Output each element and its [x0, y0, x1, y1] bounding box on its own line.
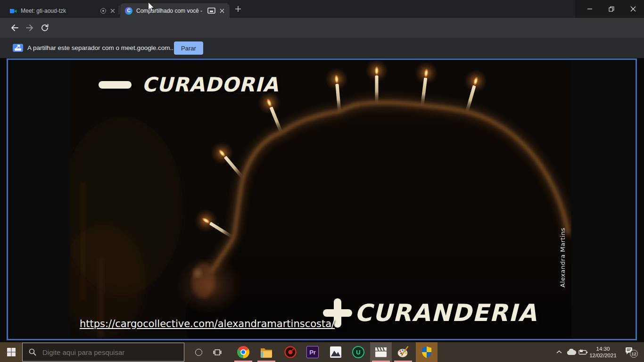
chrome-icon [237, 346, 249, 358]
search-icon [29, 348, 36, 356]
window-close-button[interactable] [622, 0, 644, 18]
taskbar-image-editor[interactable] [392, 342, 414, 362]
canva-favicon-icon: C [125, 7, 132, 15]
start-button[interactable] [0, 342, 22, 362]
defender-shield-icon [421, 346, 432, 358]
forward-button[interactable] [25, 23, 35, 33]
tab-close-icon[interactable] [110, 8, 116, 13]
windows-logo-icon [7, 348, 16, 356]
taskbar-file-explorer[interactable] [256, 342, 277, 362]
taskbar-search [22, 342, 184, 362]
tab-sharing-indicator-icon [207, 8, 215, 14]
taskbar-premiere[interactable]: Pr [302, 342, 323, 362]
taskbar-uninstaller[interactable]: U [347, 342, 369, 362]
capture-border: CURADORIA CURANDERIA https://cargocollec… [7, 58, 637, 340]
file-explorer-icon [260, 347, 272, 358]
taskbar-photos[interactable] [325, 342, 347, 362]
tab-title: Meet: gti-aoud-tzk [21, 8, 97, 14]
slide-subtitle-text: CURANDERIA [355, 299, 537, 327]
chevron-up-icon [556, 350, 562, 354]
page-content: CURADORIA CURANDERIA https://cargocollec… [0, 58, 644, 342]
tab-close-icon[interactable] [219, 8, 225, 13]
reload-button[interactable] [40, 23, 50, 33]
slide-title: CURADORIA [99, 73, 279, 96]
candles-silhouette-photo [70, 60, 571, 339]
taskbar-clock[interactable]: 14:30 12/02/2021 [586, 346, 620, 359]
photos-icon [330, 346, 342, 358]
tab-title: Compartilhado com você - C [136, 8, 204, 14]
search-input[interactable] [22, 343, 184, 362]
action-center-button[interactable]: 12 [621, 342, 643, 362]
tab-recording-indicator-icon [100, 8, 106, 14]
taskbar-defender[interactable] [416, 342, 438, 362]
uninstaller-icon: U [352, 346, 364, 358]
share-tab-icon [13, 44, 23, 52]
taskbar-screen-recorder[interactable] [280, 342, 301, 362]
window-restore-button[interactable] [601, 0, 622, 18]
portfolio-link[interactable]: https://cargocollective.com/alexandramar… [80, 318, 335, 329]
premiere-icon: Pr [306, 346, 319, 358]
photo-credit: Alexandra Martins [559, 228, 566, 288]
back-button[interactable] [9, 23, 20, 33]
new-tab-button[interactable] [235, 6, 241, 14]
browser-toolbar: canva.com /folder/shared [0, 18, 644, 38]
notification-count-badge: 12 [630, 350, 638, 358]
canva-slide-image[interactable]: CURADORIA CURANDERIA https://cargocollec… [70, 60, 571, 339]
sharing-message: A partilhar este separador com o meet.go… [27, 38, 175, 58]
tab-meet[interactable]: Meet: gti-aoud-tzk [5, 3, 120, 18]
dash-icon [99, 81, 132, 89]
tab-sharing-infobar: A partilhar este separador com o meet.go… [0, 38, 644, 58]
taskbar-video-editor-active[interactable] [370, 342, 392, 362]
desktop-screen: Meet: gti-aoud-tzk C Compartilhado com v… [0, 0, 644, 362]
task-view-button[interactable] [206, 342, 228, 362]
tab-divider [119, 6, 119, 14]
meet-favicon-icon [9, 7, 17, 15]
slide-title-text: CURADORIA [142, 73, 279, 96]
clapperboard-icon [375, 347, 387, 357]
screen-recorder-icon [284, 346, 297, 358]
stop-sharing-button[interactable]: Parar [174, 41, 203, 55]
tray-show-hidden-button[interactable] [553, 342, 566, 362]
tab-canva[interactable]: C Compartilhado com você - C [120, 3, 230, 18]
onedrive-cloud-icon [566, 349, 577, 355]
clock-time: 14:30 [586, 346, 620, 352]
task-view-icon [213, 349, 222, 356]
cortana-icon [195, 349, 202, 356]
window-minimize-button[interactable] [579, 0, 601, 18]
taskbar-chrome[interactable] [232, 342, 254, 362]
paint-palette-icon [397, 346, 409, 358]
windows-taskbar: Pr U [0, 342, 644, 362]
slide-subtitle: CURANDERIA [323, 298, 537, 328]
clock-date: 12/02/2021 [586, 352, 620, 359]
browser-titlebar: Meet: gti-aoud-tzk C Compartilhado com v… [0, 0, 644, 18]
